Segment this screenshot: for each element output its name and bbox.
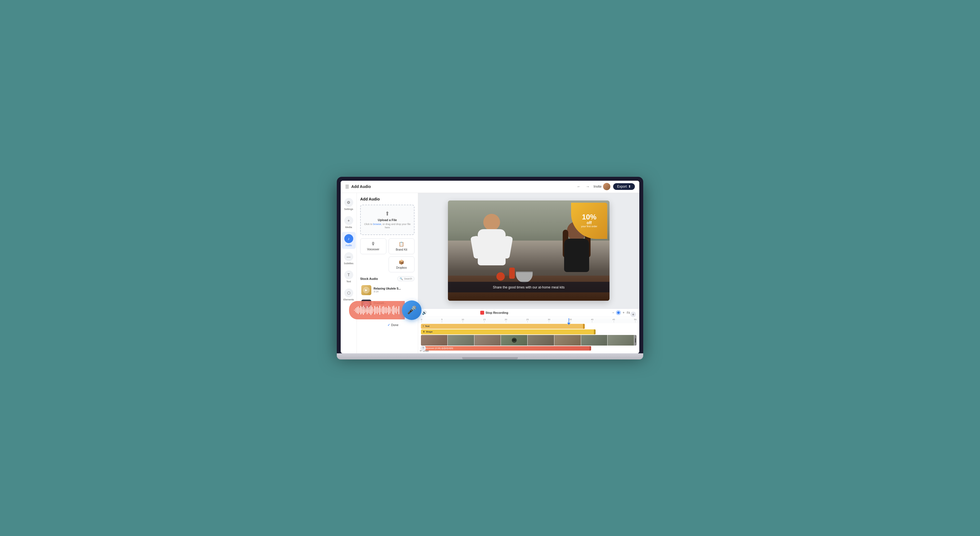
browse-link[interactable]: browse [373, 223, 381, 225]
svg-rect-11 [368, 307, 369, 313]
svg-rect-25 [386, 307, 387, 314]
promo-off: off [587, 220, 592, 225]
svg-rect-31 [393, 306, 394, 315]
add-track-button[interactable]: + [630, 312, 636, 317]
svg-rect-6 [361, 307, 363, 314]
shape-track-end [594, 330, 596, 335]
sidebar: ⚙ Settings + Media ♪ Audio — [341, 193, 357, 354]
header-left: ☰ Add Audio [345, 184, 371, 189]
main-area: ⚙ Settings + Media ♪ Audio — [341, 193, 639, 354]
voiceover-button[interactable]: 🎙 Voiceover [360, 238, 387, 254]
sidebar-text-label: Text [346, 280, 351, 283]
video-thumb-1 [421, 335, 447, 346]
zoom-indicator[interactable] [616, 311, 620, 315]
stock-audio-title: Stock Audio [360, 277, 378, 281]
ruler-mark-45: 45 [612, 318, 615, 323]
svg-rect-33 [396, 306, 397, 314]
export-icon: ⬆ [628, 185, 631, 189]
video-preview: 10% off your first order Share the good … [418, 193, 639, 309]
upload-subtitle: Click to browse, or drag and drop your f… [364, 222, 410, 230]
shape-track-row: ⏸ Shape [421, 330, 636, 335]
svg-rect-1 [355, 308, 356, 312]
ruler-mark-40: 40 [591, 318, 593, 323]
menu-icon[interactable]: ☰ [345, 184, 349, 189]
forward-button[interactable]: → [585, 183, 591, 190]
ruler-mark-30: 30 [548, 318, 550, 323]
export-button[interactable]: Export ⬆ [613, 183, 635, 190]
export-label: Export [617, 185, 627, 189]
zoom-in-button[interactable]: + [623, 311, 625, 315]
elements-icon: ⬡ [344, 289, 353, 297]
audio-track-1[interactable]: ▶ Relaxing Ukulele S... 3:14 [360, 284, 415, 296]
back-button[interactable]: ← [576, 183, 582, 190]
search-label: Search [404, 278, 412, 280]
svg-rect-9 [366, 308, 366, 312]
ruler-mark-5: 5 [441, 318, 442, 323]
text-track-row: T Text [421, 324, 636, 329]
svg-rect-13 [371, 305, 371, 315]
video-thumb-6 [554, 335, 581, 346]
panel-title: Add Audio [360, 197, 415, 201]
invite-label: Invite [593, 185, 602, 189]
voiceover-track-row: ♪ Voiceover (0:06) [421, 346, 636, 350]
person-left [472, 214, 511, 281]
brand-kit-button[interactable]: 📋 Brand Kit [388, 238, 415, 254]
invite-button[interactable]: Invite [593, 183, 611, 190]
svg-rect-7 [363, 306, 364, 315]
voiceover-track[interactable]: ♪ Voiceover (0:06) [421, 346, 591, 350]
laptop-base [337, 354, 643, 360]
video-track-row[interactable]: ✂ | [421, 335, 636, 346]
help-button[interactable]: ? [420, 346, 426, 351]
fit-button[interactable]: Fit [627, 311, 630, 314]
svg-rect-19 [378, 308, 379, 312]
recording-overlay: 🎤 [349, 300, 424, 320]
video-thumb-2 [448, 335, 474, 346]
sidebar-item-media[interactable]: + Media [342, 214, 356, 231]
shape-track[interactable]: ⏸ Shape [421, 330, 596, 335]
svg-rect-17 [375, 307, 376, 313]
sidebar-item-text[interactable]: T Text [342, 268, 356, 285]
ruler-marks: 0 5 10 15 20 25 30 35 40 [421, 318, 636, 323]
head-left [483, 214, 500, 230]
food-item-2 [509, 268, 515, 279]
dropbox-label: Dropbox [396, 266, 407, 269]
stop-icon [480, 311, 484, 315]
text-track[interactable]: T Text [421, 324, 585, 329]
app-header: ☰ Add Audio ← → Invite Expor [341, 181, 639, 193]
done-area[interactable]: ✓ Done [388, 323, 398, 327]
dropbox-icon: 📦 [399, 260, 404, 265]
svg-rect-24 [384, 307, 385, 313]
playhead-head [567, 323, 571, 325]
sidebar-item-subtitles[interactable]: — Subtitles [342, 250, 356, 267]
subtitles-icon: — [344, 252, 353, 261]
svg-rect-18 [377, 306, 378, 314]
upload-title: Upload a File [364, 218, 410, 222]
search-icon: 🔍 [400, 278, 403, 280]
stop-recording-button[interactable]: Stop Recording [480, 311, 508, 315]
media-icon: + [344, 216, 353, 225]
search-bar[interactable]: 🔍 Search [397, 276, 415, 281]
upload-area[interactable]: ⬆ Upload a File Click to browse, or drag… [360, 205, 415, 235]
svg-rect-15 [373, 309, 374, 312]
playhead[interactable] [568, 318, 569, 323]
sidebar-media-label: Media [345, 226, 352, 228]
zoom-out-button[interactable]: − [612, 311, 614, 315]
audio-icon: ♪ [344, 234, 353, 243]
svg-rect-35 [398, 306, 399, 314]
video-track-end: | [634, 335, 636, 346]
sidebar-item-settings[interactable]: ⚙ Settings [342, 196, 356, 213]
video-thumb-8 [608, 335, 634, 346]
brand-kit-label: Brand Kit [396, 248, 407, 251]
voiceover-icon: 🎙 [371, 241, 375, 246]
mic-button[interactable]: 🎤 [402, 300, 422, 320]
svg-rect-30 [392, 306, 393, 314]
settings-icon: ⚙ [344, 198, 353, 207]
dropbox-button[interactable]: 📦 Dropbox [388, 257, 415, 272]
sidebar-item-audio[interactable]: ♪ Audio [342, 232, 356, 249]
svg-rect-3 [358, 306, 359, 314]
voiceover-label: Voiceover [367, 248, 379, 251]
svg-rect-21 [381, 308, 382, 312]
svg-rect-27 [388, 306, 389, 314]
svg-rect-5 [361, 306, 361, 314]
svg-rect-20 [379, 306, 380, 315]
